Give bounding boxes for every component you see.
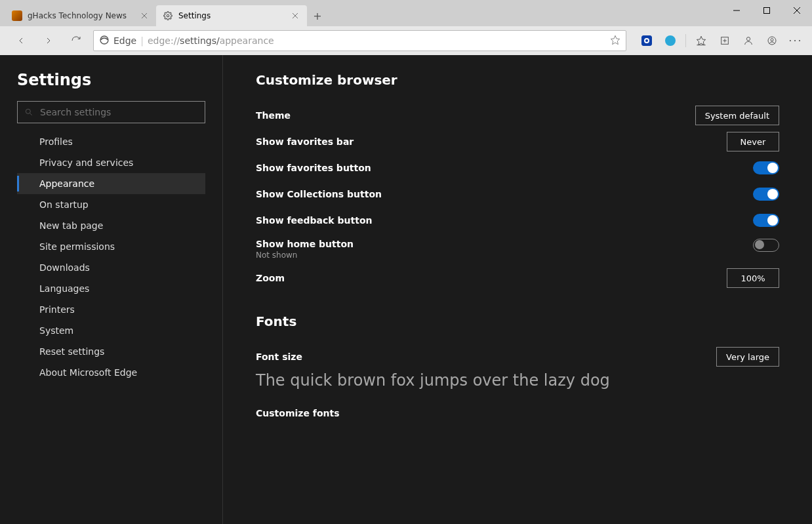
sidebar-item-on-startup[interactable]: On startup — [17, 194, 205, 215]
row-home-button: Show home button Not shown — [256, 233, 779, 260]
home-button-toggle[interactable] — [753, 239, 779, 252]
tab-title: gHacks Technology News — [28, 11, 134, 20]
sidebar-item-downloads[interactable]: Downloads — [17, 257, 205, 278]
section-fonts: Fonts — [256, 313, 779, 329]
row-theme: Theme System default — [256, 102, 779, 129]
label-font-size: Font size — [256, 352, 302, 362]
extension-2-icon[interactable] — [659, 30, 681, 51]
window-maximize-button[interactable] — [752, 0, 782, 21]
label-collections-button: Show Collections button — [256, 189, 382, 199]
url-text: edge://settings/appearance — [148, 35, 274, 46]
separator: | — [140, 35, 144, 46]
settings-heading: Settings — [17, 71, 205, 89]
forward-button[interactable] — [38, 30, 59, 51]
tab-strip: gHacks Technology News Settings + — [0, 0, 812, 26]
sidebar-item-system[interactable]: System — [17, 320, 205, 341]
row-font-size: Font size Very large — [256, 344, 779, 370]
section-customize-browser: Customize browser — [256, 72, 779, 88]
label-feedback-button: Show feedback button — [256, 215, 373, 226]
zoom-dropdown[interactable]: 100% — [727, 268, 779, 288]
refresh-button[interactable] — [66, 30, 87, 51]
svg-point-16 — [746, 37, 750, 41]
settings-content: Customize browser Theme System default S… — [223, 55, 812, 524]
menu-button[interactable]: ··· — [784, 30, 807, 51]
collections-button-toggle[interactable] — [753, 188, 779, 201]
tab-settings[interactable]: Settings — [156, 5, 307, 26]
sidebar-item-privacy-and-services[interactable]: Privacy and services — [17, 152, 205, 173]
sub-home-button: Not shown — [256, 251, 354, 260]
svg-marker-11 — [697, 36, 705, 45]
sidebar-item-reset-settings[interactable]: Reset settings — [17, 341, 205, 362]
row-collections-button: Show Collections button — [256, 181, 779, 207]
sidebar-item-profiles[interactable]: Profiles — [17, 131, 205, 152]
favorites-bar-dropdown[interactable]: Never — [727, 132, 779, 151]
label-customize-fonts: Customize fonts — [256, 408, 340, 418]
svg-point-19 — [26, 109, 30, 113]
row-zoom: Zoom 100% — [256, 265, 779, 291]
sidebar-item-site-permissions[interactable]: Site permissions — [17, 236, 205, 257]
font-size-dropdown[interactable]: Very large — [716, 347, 779, 367]
collections-button[interactable] — [714, 30, 736, 51]
window-close-button[interactable] — [782, 0, 812, 21]
sidebar-item-printers[interactable]: Printers — [17, 299, 205, 320]
row-customize-fonts[interactable]: Customize fonts — [256, 400, 779, 426]
profile-button[interactable] — [737, 30, 760, 51]
favorites-button-toggle[interactable] — [753, 161, 779, 174]
row-favorites-bar: Show favorites bar Never — [256, 129, 779, 155]
feedback-button-toggle[interactable] — [753, 214, 779, 227]
account-button[interactable] — [761, 30, 783, 51]
label-home-button: Show home button — [256, 239, 354, 249]
toolbar: Edge | edge://settings/appearance ··· — [0, 26, 812, 55]
svg-marker-10 — [611, 35, 619, 44]
row-feedback-button: Show feedback button — [256, 207, 779, 233]
label-favorites-button: Show favorites button — [256, 163, 371, 173]
svg-line-20 — [30, 113, 32, 115]
address-bar[interactable]: Edge | edge://settings/appearance — [93, 30, 626, 51]
row-favorites-button: Show favorites button — [256, 155, 779, 181]
engine-label: Edge — [113, 35, 136, 46]
window-minimize-button[interactable] — [721, 0, 752, 21]
svg-point-9 — [100, 36, 108, 44]
sidebar-item-new-tab-page[interactable]: New tab page — [17, 215, 205, 236]
svg-rect-1 — [764, 8, 770, 14]
search-settings-field[interactable] — [40, 107, 198, 117]
tab-close-button[interactable] — [139, 10, 150, 21]
back-button[interactable] — [10, 30, 31, 51]
sidebar-item-languages[interactable]: Languages — [17, 278, 205, 299]
tab-title: Settings — [178, 11, 285, 20]
extension-1-icon[interactable] — [636, 30, 658, 51]
search-icon — [24, 108, 33, 117]
svg-point-18 — [771, 39, 773, 41]
svg-point-6 — [167, 14, 169, 17]
toolbar-divider — [685, 34, 686, 47]
edge-logo-icon — [99, 35, 110, 47]
tab-close-button[interactable] — [290, 10, 300, 21]
favorites-button[interactable] — [690, 30, 712, 51]
label-favorites-bar: Show favorites bar — [256, 136, 354, 147]
favorite-star-icon[interactable] — [610, 35, 620, 47]
theme-dropdown[interactable]: System default — [695, 106, 779, 125]
label-zoom: Zoom — [256, 273, 285, 283]
font-sample-text: The quick brown fox jumps over the lazy … — [256, 371, 779, 390]
sidebar-item-appearance[interactable]: Appearance — [17, 173, 205, 194]
new-tab-button[interactable]: + — [307, 5, 328, 26]
search-settings-input[interactable] — [17, 101, 205, 123]
favicon-ghacks-icon — [12, 10, 22, 21]
gear-icon — [163, 10, 173, 21]
tab-ghacks[interactable]: gHacks Technology News — [5, 5, 156, 26]
settings-sidebar: Settings ProfilesPrivacy and servicesApp… — [0, 55, 223, 524]
label-theme: Theme — [256, 110, 291, 121]
sidebar-item-about-microsoft-edge[interactable]: About Microsoft Edge — [17, 362, 205, 383]
